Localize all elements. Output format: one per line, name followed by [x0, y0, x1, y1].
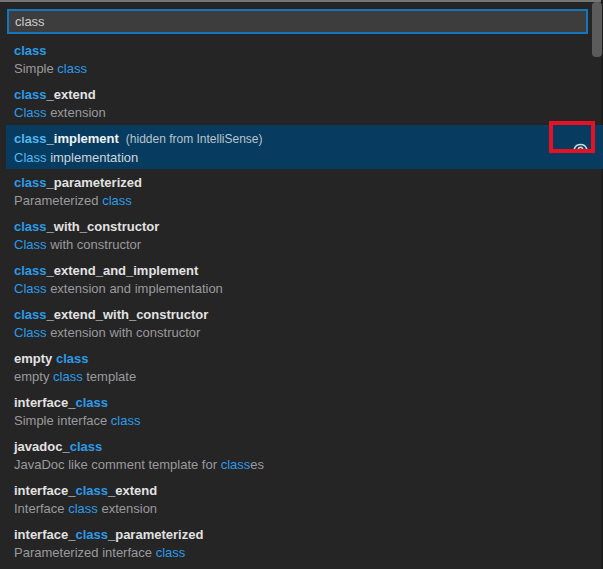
widget-top-border	[0, 0, 603, 2]
list-item-class_extend_and_implement[interactable]: class_extend_and_implement Class extensi…	[6, 257, 603, 301]
text-segment: extension with constructor	[47, 325, 201, 340]
text-segment: _extend	[108, 483, 157, 498]
item-description: empty class template	[14, 368, 603, 386]
list-item-class_implement[interactable]: class_implement(hidden from IntelliSense…	[6, 125, 603, 169]
list-item-empty_class[interactable]: empty class empty class template	[6, 345, 603, 389]
text-segment: _parameterized	[47, 175, 142, 190]
match-highlight: class	[75, 483, 108, 498]
text-segment: interface_	[14, 483, 75, 498]
item-description: Parameterized interface class	[14, 544, 603, 562]
match-highlight: class	[221, 457, 251, 472]
match-highlight: class	[14, 263, 47, 278]
text-segment: empty	[14, 351, 56, 366]
item-description: Class extension and implementation	[14, 280, 603, 298]
text-segment: _extend_and_implement	[47, 263, 199, 278]
item-label-parts: class_extend_with_constructor	[14, 307, 208, 322]
match-highlight: Class	[14, 237, 47, 252]
item-label-parts: interface_class_extend	[14, 483, 157, 498]
toggle-visibility-button[interactable]	[570, 138, 590, 156]
item-description: Simple interface class	[14, 412, 603, 430]
text-segment: interface_	[14, 395, 75, 410]
item-label-parts: class_extend	[14, 87, 96, 102]
hidden-from-intellisense-note: (hidden from IntelliSense)	[126, 132, 263, 146]
item-label-parts: class_parameterized	[14, 175, 142, 190]
list-item-class_extend_with_constructor[interactable]: class_extend_with_constructor Class exte…	[6, 301, 603, 345]
text-segment: extension	[98, 501, 157, 516]
item-label-parts: class_extend_and_implement	[14, 263, 198, 278]
match-highlight: class	[14, 175, 47, 190]
text-segment: _extend_with_constructor	[47, 307, 209, 322]
text-segment: Parameterized interface	[14, 545, 156, 560]
list-item-class_extend[interactable]: class_extend Class extension	[6, 81, 603, 125]
item-label: javadoc_class	[14, 437, 603, 456]
item-label: class	[14, 41, 603, 60]
text-segment: Parameterized	[14, 193, 102, 208]
quickpick-filter-input[interactable]	[7, 9, 588, 34]
text-segment: template	[83, 369, 136, 384]
match-highlight: class	[53, 369, 83, 384]
item-label-parts: interface_class_parameterized	[14, 527, 203, 542]
item-label: empty class	[14, 349, 603, 368]
match-highlight: Class	[14, 281, 47, 296]
item-description: Parameterized class	[14, 192, 603, 210]
item-label-parts: interface_class	[14, 395, 108, 410]
text-segment: es	[250, 457, 264, 472]
list-item-class[interactable]: class Simple class	[6, 37, 603, 81]
text-segment: javadoc_	[14, 439, 70, 454]
item-description: JavaDoc like comment template for classe…	[14, 456, 603, 474]
item-label: class_implement(hidden from IntelliSense…	[14, 129, 603, 149]
item-label-parts: empty class	[14, 351, 88, 366]
match-highlight: class	[75, 527, 108, 542]
text-segment: implementation	[47, 150, 139, 165]
item-description: Class with constructor	[14, 236, 603, 254]
item-label-parts: javadoc_class	[14, 439, 102, 454]
item-label-parts: class_implement	[14, 131, 119, 146]
match-highlight: Class	[14, 325, 47, 340]
list-item-interface_class_parameterized[interactable]: interface_class_parameterized Parameteri…	[6, 521, 603, 565]
list-item-interface_class[interactable]: interface_class Simple interface class	[6, 389, 603, 433]
text-segment: Simple	[14, 61, 57, 76]
text-segment: _parameterized	[108, 527, 203, 542]
match-highlight: class	[70, 439, 103, 454]
text-segment: extension and implementation	[47, 281, 223, 296]
item-label-parts: class	[14, 43, 47, 58]
text-segment: JavaDoc like comment template for	[14, 457, 221, 472]
match-highlight: class	[111, 413, 141, 428]
list-item-interface_class_extend[interactable]: interface_class_extend Interface class e…	[6, 477, 603, 521]
match-highlight: class	[14, 219, 47, 234]
match-highlight: class	[68, 501, 98, 516]
text-segment: _extend	[47, 87, 96, 102]
item-label: class_extend_with_constructor	[14, 305, 603, 324]
item-description: Class extension with constructor	[14, 324, 603, 342]
item-description: Class implementation	[14, 149, 603, 167]
item-label: class_with_constructor	[14, 217, 603, 236]
item-label: class_extend_and_implement	[14, 261, 603, 280]
match-highlight: class	[14, 43, 47, 58]
match-highlight: class	[14, 87, 47, 102]
item-description: Simple class	[14, 60, 603, 78]
eye-icon	[572, 140, 589, 154]
list-item-javadoc_class[interactable]: javadoc_class JavaDoc like comment templ…	[6, 433, 603, 477]
text-segment: Interface	[14, 501, 68, 516]
match-highlight: class	[14, 131, 47, 146]
list-item-class_with_constructor[interactable]: class_with_constructor Class with constr…	[6, 213, 603, 257]
text-segment: extension	[47, 105, 106, 120]
match-highlight: class	[75, 395, 108, 410]
text-segment: empty	[14, 369, 53, 384]
item-label-parts: class_with_constructor	[14, 219, 159, 234]
item-description: Class extension	[14, 104, 603, 122]
text-segment: Simple interface	[14, 413, 111, 428]
text-segment: _implement	[47, 131, 119, 146]
item-label: interface_class_parameterized	[14, 525, 603, 544]
match-highlight: class	[56, 351, 89, 366]
list-item-class_parameterized[interactable]: class_parameterized Parameterized class	[6, 169, 603, 213]
text-segment: interface_	[14, 527, 75, 542]
text-segment: _with_constructor	[47, 219, 160, 234]
scrollbar-thumb[interactable]	[592, 2, 602, 57]
match-highlight: Class	[14, 150, 47, 165]
match-highlight: class	[14, 307, 47, 322]
item-label: class_parameterized	[14, 173, 603, 192]
text-segment: with constructor	[47, 237, 142, 252]
item-label: interface_class_extend	[14, 481, 603, 500]
match-highlight: class	[156, 545, 186, 560]
